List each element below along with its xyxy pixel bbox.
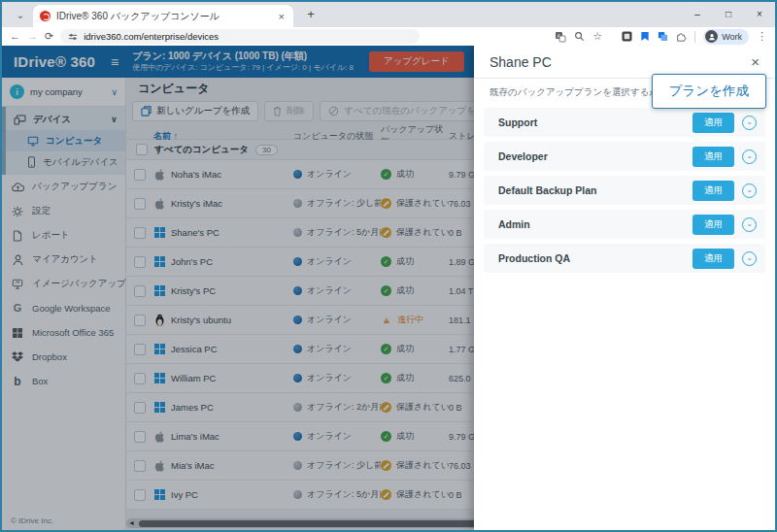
delete-icon bbox=[273, 106, 282, 116]
browser-menu-icon[interactable]: ⋮ bbox=[757, 31, 767, 42]
backup-status: 成功 bbox=[396, 430, 414, 443]
plan-name: Default Backup Plan bbox=[498, 184, 597, 196]
unprotected-icon bbox=[381, 460, 391, 471]
browser-tab[interactable]: IDrive® 360 バックアップコンソール × bbox=[33, 5, 293, 27]
sidebar-item[interactable]: レポート bbox=[2, 223, 125, 248]
unprotected-icon bbox=[381, 227, 391, 238]
tab-search-button[interactable]: ⌄ bbox=[8, 6, 33, 23]
sidebar-item[interactable]: GGoogle Workspace bbox=[2, 296, 125, 320]
idrive-logo: IDrive® 360 bbox=[2, 53, 111, 70]
extension-icon-1[interactable] bbox=[622, 31, 632, 42]
translate-icon[interactable]: A bbox=[555, 31, 566, 43]
row-checkbox[interactable] bbox=[134, 431, 146, 443]
sidebar-item-computers[interactable]: コンピュータ bbox=[6, 130, 125, 151]
apply-plan-button[interactable]: 適用 bbox=[693, 113, 734, 133]
sidebar-item[interactable]: Microsoft Office 365 bbox=[2, 320, 125, 345]
unprotected-icon bbox=[381, 489, 391, 500]
plan-summary: プラン: 1000 デバイス (1000 TB) (年額) 使用中のデバイス: … bbox=[132, 50, 354, 73]
expand-plan-icon[interactable]: ⌄ bbox=[742, 251, 757, 266]
hamburger-menu-icon[interactable]: ≡ bbox=[111, 54, 118, 70]
windows-icon bbox=[153, 256, 166, 267]
minimize-button[interactable]: – bbox=[682, 2, 713, 25]
create-plan-button[interactable]: プランを作成 bbox=[652, 74, 766, 109]
row-checkbox[interactable] bbox=[134, 315, 146, 326]
forward-icon[interactable]: → bbox=[27, 31, 38, 42]
expand-plan-icon[interactable]: ⌄ bbox=[742, 183, 757, 198]
online-status-icon bbox=[293, 286, 302, 295]
profile-chip[interactable]: Work bbox=[703, 29, 749, 45]
device-name: Ivy PC bbox=[171, 489, 198, 500]
panel-subtitle: 既存のバックアッププランを選択するか、新しいプランを作 bbox=[490, 86, 670, 99]
reload-icon[interactable]: ⟳ bbox=[45, 31, 53, 42]
panel-close-icon[interactable]: × bbox=[751, 53, 760, 70]
unprotected-icon bbox=[381, 198, 391, 209]
row-checkbox[interactable] bbox=[134, 373, 146, 384]
row-checkbox[interactable] bbox=[134, 227, 146, 239]
device-plan-panel: Shane PC × 既存のバックアッププランを選択するか、新しいプランを作 プ… bbox=[474, 46, 775, 530]
tab-close-icon[interactable]: × bbox=[277, 11, 287, 22]
group-checkbox[interactable] bbox=[136, 144, 148, 155]
sidebar-item[interactable]: イメージバックアップ? bbox=[2, 272, 125, 296]
offline-status-icon bbox=[293, 490, 302, 499]
chevron-down-icon: ∨ bbox=[111, 115, 118, 124]
expand-plan-icon[interactable]: ⌄ bbox=[742, 150, 757, 164]
expand-plan-icon[interactable]: ⌄ bbox=[742, 217, 757, 232]
sidebar-nav: バックアッププラン設定レポートマイアカウントイメージバックアップ?GGoogle… bbox=[2, 175, 125, 393]
apply-plan-button[interactable]: 適用 bbox=[693, 147, 734, 167]
back-icon[interactable]: ← bbox=[10, 31, 20, 42]
device-subnav: コンピュータモバイルデバイス bbox=[6, 130, 125, 173]
google-icon: G bbox=[11, 303, 24, 314]
apply-plan-button[interactable]: 適用 bbox=[693, 249, 734, 269]
toolbar-button[interactable]: 新しいグループを作成 bbox=[132, 101, 258, 121]
image-backup-icon bbox=[11, 279, 24, 290]
row-checkbox[interactable] bbox=[134, 198, 146, 210]
apply-plan-button[interactable]: 適用 bbox=[693, 181, 734, 201]
expand-plan-icon[interactable]: ⌄ bbox=[742, 116, 757, 130]
address-bar[interactable]: idrive360.com/enterprise/devices bbox=[60, 29, 420, 44]
tab-strip: ⌄ IDrive® 360 バックアップコンソール × + – □ × bbox=[2, 2, 775, 27]
sidebar-item[interactable]: bBox bbox=[2, 369, 125, 393]
computer-status: オンライン bbox=[307, 314, 352, 326]
sidebar-item[interactable]: Dropbox bbox=[2, 345, 125, 369]
windows-icon bbox=[153, 402, 166, 413]
row-checkbox[interactable] bbox=[134, 402, 146, 414]
idrive-app: IDrive® 360 ≡ プラン: 1000 デバイス (1000 TB) (… bbox=[2, 46, 775, 530]
plan-name: Production QA bbox=[498, 252, 570, 264]
company-selector[interactable]: i my company ∨ bbox=[2, 78, 125, 107]
sidebar-item-devices[interactable]: デバイス ∨ bbox=[6, 109, 125, 130]
scroll-left-icon[interactable]: ◄ bbox=[128, 519, 135, 526]
computer-status: オフライン: 5か月前 bbox=[307, 226, 381, 239]
bookmark-star-icon[interactable]: ☆ bbox=[592, 31, 602, 42]
row-checkbox[interactable] bbox=[134, 285, 146, 297]
plan-card: Production QA適用⌄ bbox=[484, 244, 765, 273]
offline-status-icon bbox=[293, 199, 302, 208]
upgrade-button[interactable]: アップグレード bbox=[369, 51, 464, 72]
online-status-icon bbox=[293, 170, 302, 179]
sidebar-item[interactable]: 設定 bbox=[2, 199, 125, 223]
row-checkbox[interactable] bbox=[134, 169, 146, 181]
phone-icon bbox=[27, 156, 36, 168]
extension-icon-3[interactable] bbox=[658, 31, 668, 42]
search-icon[interactable] bbox=[574, 31, 585, 42]
extension-icon-2[interactable] bbox=[640, 31, 650, 42]
close-window-button[interactable]: × bbox=[744, 2, 775, 25]
maximize-button[interactable]: □ bbox=[713, 2, 744, 25]
computer-status: オンライン bbox=[307, 430, 352, 443]
sidebar-item[interactable]: マイアカウント bbox=[2, 248, 125, 272]
row-checkbox[interactable] bbox=[134, 489, 146, 501]
apply-plan-button[interactable]: 適用 bbox=[693, 215, 734, 235]
row-checkbox[interactable] bbox=[134, 344, 146, 355]
avatar bbox=[705, 30, 718, 43]
extensions-puzzle-icon[interactable] bbox=[676, 31, 687, 42]
backup-status: 保護されていません bbox=[396, 226, 449, 239]
row-checkbox[interactable] bbox=[134, 460, 146, 472]
toolbar-button[interactable]: 削除 bbox=[264, 101, 314, 121]
row-checkbox[interactable] bbox=[134, 256, 146, 268]
group-count-badge: 30 bbox=[255, 145, 278, 155]
site-settings-icon[interactable] bbox=[68, 32, 78, 42]
device-name: Kristy's ubuntu bbox=[171, 315, 231, 325]
sidebar-item-mobile-devices[interactable]: モバイルデバイス bbox=[6, 151, 125, 173]
sidebar-item[interactable]: バックアッププラン bbox=[2, 175, 125, 199]
computer-status: オンライン bbox=[307, 284, 352, 297]
new-tab-button[interactable]: + bbox=[301, 4, 321, 23]
